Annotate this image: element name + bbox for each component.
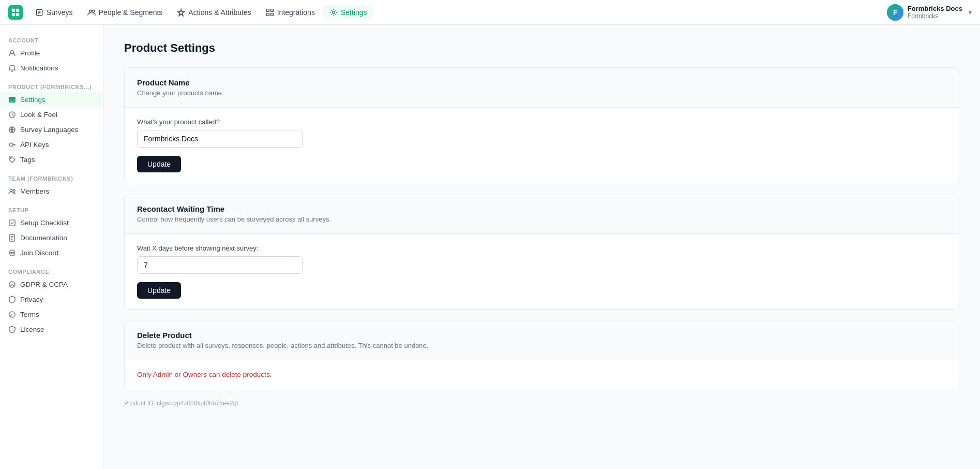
delete-card-header: Delete Product Delete product with all s… <box>125 320 959 360</box>
recontact-title: Recontact Waiting Time <box>137 204 946 213</box>
svg-rect-21 <box>9 101 15 102</box>
sidebar-section-team: TEAM (Formbricks) <box>0 171 103 184</box>
sidebar-section-compliance: COMPLIANCE <box>0 265 103 277</box>
logo[interactable] <box>8 5 23 20</box>
svg-rect-11 <box>266 9 269 11</box>
svg-point-25 <box>10 158 11 159</box>
nav-settings[interactable]: Settings <box>323 5 373 20</box>
product-id: Product ID: clgwcwp4z000kpf0hb75ee2qt <box>124 400 959 411</box>
svg-point-8 <box>89 10 92 12</box>
recontact-days-input[interactable] <box>137 256 303 274</box>
sidebar-item-notifications[interactable]: Notifications <box>0 61 103 76</box>
delete-card-body: Only Admin or Owners can delete products… <box>125 360 959 389</box>
sidebar-item-join-discord[interactable]: Join Discord <box>0 245 103 260</box>
avatar: F <box>887 4 903 21</box>
svg-point-15 <box>333 11 335 13</box>
svg-rect-20 <box>9 99 15 100</box>
svg-rect-19 <box>9 98 15 99</box>
sidebar-item-profile[interactable]: Profile <box>0 46 103 61</box>
nav-integrations[interactable]: Integrations <box>260 5 321 20</box>
sidebar-item-look-feel[interactable]: Look & Feel <box>0 107 103 122</box>
svg-rect-3 <box>16 12 19 16</box>
recontact-card-header: Recontact Waiting Time Control how frequ… <box>125 194 959 234</box>
sidebar-item-license[interactable]: License <box>0 322 103 337</box>
sidebar-item-members[interactable]: Members <box>0 184 103 199</box>
product-name-card: Product Name Change your products name. … <box>124 67 959 183</box>
product-name-field-label: What's your product called? <box>137 118 946 126</box>
recontact-card-body: Wait X days before showing next survey: … <box>125 234 959 309</box>
sidebar-item-settings[interactable]: Settings <box>0 92 103 107</box>
sidebar-section-setup: SETUP <box>0 203 103 215</box>
sidebar-item-tags[interactable]: Tags <box>0 152 103 167</box>
sidebar-item-terms[interactable]: Terms <box>0 307 103 322</box>
nav-surveys[interactable]: Surveys <box>29 5 79 20</box>
sidebar-item-documentation[interactable]: Documentation <box>0 230 103 245</box>
main-content: Product Settings Product Name Change you… <box>103 25 980 469</box>
svg-point-26 <box>10 189 12 192</box>
product-name-title: Product Name <box>137 78 946 87</box>
svg-marker-10 <box>178 9 185 16</box>
sidebar-item-survey-languages[interactable]: Survey Languages <box>0 122 103 137</box>
page-title: Product Settings <box>124 41 959 55</box>
recontact-desc: Control how frequently users can be surv… <box>137 215 946 223</box>
nav-items: Surveys People & Segments Actions & Attr… <box>29 5 887 20</box>
svg-text:F: F <box>893 9 897 17</box>
top-navigation: Surveys People & Segments Actions & Attr… <box>0 0 980 25</box>
svg-rect-2 <box>12 12 15 16</box>
svg-rect-1 <box>16 8 19 11</box>
sidebar-section-product: PRODUCT (Formbricks...) <box>0 80 103 92</box>
recontact-update-button[interactable]: Update <box>137 282 181 299</box>
user-menu[interactable]: F Formbricks Docs Formbricks ▾ <box>887 4 972 21</box>
product-name-input[interactable] <box>137 130 303 148</box>
svg-rect-12 <box>270 9 273 11</box>
sidebar: ACCOUNT Profile Notifications PRODUCT (F… <box>0 25 103 469</box>
delete-title: Delete Product <box>137 331 946 340</box>
delete-desc: Delete product with all surveys, respons… <box>137 342 946 349</box>
sidebar-section-account: ACCOUNT <box>0 33 103 46</box>
delete-product-card: Delete Product Delete product with all s… <box>124 320 959 389</box>
product-name-desc: Change your products name. <box>137 89 946 97</box>
product-name-card-body: What's your product called? Update <box>125 108 959 183</box>
svg-point-27 <box>13 189 15 192</box>
sidebar-item-api-keys[interactable]: API Keys <box>0 137 103 152</box>
svg-rect-14 <box>270 13 273 16</box>
svg-point-9 <box>92 10 94 12</box>
svg-point-24 <box>9 143 13 146</box>
sidebar-item-setup-checklist[interactable]: Setup Checklist <box>0 215 103 230</box>
sidebar-item-privacy[interactable]: Privacy <box>0 292 103 307</box>
svg-rect-13 <box>266 13 269 16</box>
nav-people[interactable]: People & Segments <box>81 5 169 20</box>
user-menu-chevron-icon: ▾ <box>969 9 972 16</box>
recontact-field-label: Wait X days before showing next survey: <box>137 244 946 252</box>
nav-actions[interactable]: Actions & Attributes <box>171 5 257 20</box>
svg-rect-0 <box>12 8 15 11</box>
recontact-card: Recontact Waiting Time Control how frequ… <box>124 194 959 310</box>
product-name-card-header: Product Name Change your products name. <box>125 68 959 108</box>
sidebar-item-gdpr[interactable]: GDPR & CCPA <box>0 277 103 292</box>
product-name-update-button[interactable]: Update <box>137 156 181 172</box>
user-info: Formbricks Docs Formbricks <box>908 5 962 20</box>
delete-warning: Only Admin or Owners can delete products… <box>137 371 946 378</box>
